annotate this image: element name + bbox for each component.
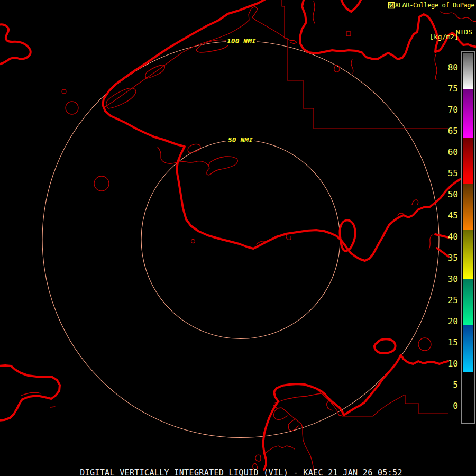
colorbar-tick-65: 65	[448, 126, 458, 136]
coast-right-stubs	[435, 234, 448, 257]
colorbar-tick-0: 0	[453, 401, 458, 411]
colorbar-gradient	[463, 53, 473, 422]
header: NEXLAB-College of DuPage	[388, 2, 474, 9]
map-small-lake-1	[62, 89, 66, 94]
colorbar-tick-70: 70	[448, 105, 458, 115]
coast-topleft-blob	[0, 24, 31, 65]
coast-claw	[340, 220, 355, 251]
colorbar-tick-25: 25	[448, 296, 458, 305]
map-small-lake-4	[191, 240, 195, 243]
page-title: NEXLAB-College of DuPage	[388, 2, 474, 9]
coast-southeast-islet	[374, 339, 396, 353]
colorbar-tick-10: 10	[448, 359, 458, 369]
radar-map	[0, 0, 476, 476]
colorbar-tick-40: 40	[448, 232, 458, 242]
range-label-50nmi: 50 NMI	[227, 136, 254, 144]
coast-top-notch	[341, 0, 362, 12]
map-small-lake-2	[66, 102, 78, 114]
colorbar-tick-30: 30	[448, 274, 458, 284]
colorbar-tick-60: 60	[448, 148, 458, 157]
colorbar-tick-80: 80	[448, 63, 458, 72]
map-small-lake-5	[418, 338, 431, 351]
map-small-lake-3	[94, 176, 109, 191]
colorbar-tick-55: 55	[448, 169, 458, 178]
coast-south-island	[263, 355, 448, 470]
map-coastlines-thick	[0, 0, 476, 470]
range-ring-100nmi	[42, 41, 439, 438]
colorbar-unit: [kg/m2]	[429, 33, 459, 41]
radar-display: NEXLAB-College of DuPage NIDS [kg/m2] 80…	[0, 0, 476, 476]
colorbar-tick-50: 50	[448, 190, 458, 199]
colorbar-tick-35: 35	[448, 253, 458, 263]
colorbar-tick-15: 15	[448, 338, 458, 347]
status-bar: DIGITAL VERTICALLY INTEGRATED LIQUID (VI…	[0, 468, 476, 476]
colorbar-tick-75: 75	[448, 84, 458, 94]
map-coastlines-thin	[21, 1, 476, 470]
range-ring-50nmi	[141, 140, 340, 339]
range-rings	[42, 41, 439, 438]
nexlab-logo-icon	[388, 2, 396, 10]
colorbar	[461, 51, 475, 424]
range-label-100nmi: 100 NMI	[226, 37, 257, 45]
colorbar-tick-45: 45	[448, 211, 458, 221]
colorbar-tick-5: 5	[453, 380, 458, 390]
colorbar-tick-20: 20	[448, 317, 458, 326]
